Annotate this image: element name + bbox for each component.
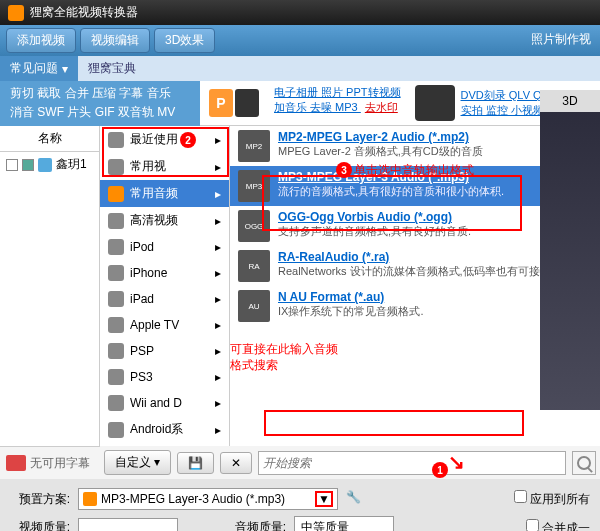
- category-item-ps3[interactable]: PS3▸: [100, 364, 229, 390]
- category-label: 最近使用: [130, 131, 178, 148]
- preview-panel: 3D: [540, 90, 600, 410]
- category-item-iphone[interactable]: iPhone▸: [100, 260, 229, 286]
- annotation-badge-3: 3: [336, 162, 352, 178]
- tag-row-1[interactable]: 剪切 截取 合并 压缩 字幕 音乐: [10, 85, 190, 102]
- preset-combo[interactable]: MP3-MPEG Layer-3 Audio (*.mp3) ▼: [78, 488, 338, 510]
- audio-quality-label: 音频质量:: [226, 519, 286, 531]
- promo1-line1[interactable]: 电子相册 照片 PPT转视频: [274, 86, 401, 98]
- search-input[interactable]: [258, 451, 566, 475]
- category-item-psp[interactable]: PSP▸: [100, 338, 229, 364]
- 3d-effect-button[interactable]: 3D效果: [154, 28, 215, 53]
- main-area: 名称 鑫玥1 最近使用▸常用视▸常用音频▸高清视频▸iPod▸iPhone▸iP…: [0, 126, 600, 446]
- settings-button[interactable]: 🔧: [346, 490, 364, 508]
- psp-icon: [108, 343, 124, 359]
- category-item-star[interactable]: 常用视▸: [100, 153, 229, 180]
- annotation-badge-1: 1: [432, 462, 448, 478]
- tag-row-2[interactable]: 消音 SWF 片头 GIF 双音轨 MV: [10, 104, 190, 121]
- category-label: iPod: [130, 240, 154, 254]
- video-file-icon: [38, 158, 52, 172]
- search-button[interactable]: [572, 451, 596, 475]
- checkbox-checked-icon[interactable]: [22, 159, 34, 171]
- file-list-item[interactable]: 鑫玥1: [0, 152, 99, 177]
- search-icon: [577, 456, 591, 470]
- subtitle-icon: [6, 455, 26, 471]
- hd-icon: [108, 213, 124, 229]
- video-quality-label: 视频质量:: [10, 519, 70, 531]
- save-preset-button[interactable]: 💾: [177, 452, 214, 474]
- preset-value: MP3-MPEG Layer-3 Audio (*.mp3): [101, 492, 285, 506]
- apply-all-label: 应用到所有: [530, 492, 590, 506]
- delete-preset-button[interactable]: ✕: [220, 452, 252, 474]
- category-item-android[interactable]: Android系▸: [100, 416, 229, 443]
- category-label: iPad: [130, 292, 154, 306]
- category-label: Android系: [130, 421, 183, 438]
- format-icon: OGG: [238, 210, 270, 242]
- merge-checkbox[interactable]: [526, 519, 539, 532]
- annotation-text-3: 单击选中音轨输出格式: [354, 162, 474, 179]
- clock-icon: [108, 132, 124, 148]
- category-item-ipod[interactable]: iPod▸: [100, 234, 229, 260]
- video-quality-combo[interactable]: [78, 518, 178, 532]
- category-item-music[interactable]: 常用音频▸: [100, 180, 229, 207]
- promo2-icon: [415, 85, 455, 121]
- category-label: 常用视: [130, 158, 166, 175]
- chevron-down-icon: ▾: [62, 62, 68, 76]
- category-label: iPhone: [130, 266, 167, 280]
- annotation-badge-2: 2: [180, 132, 196, 148]
- atv-icon: [108, 317, 124, 333]
- category-label: PS3: [130, 370, 153, 384]
- category-label: PSP: [130, 344, 154, 358]
- file-list-header: 名称: [0, 126, 99, 152]
- category-item-wii[interactable]: Wii and D▸: [100, 390, 229, 416]
- star-icon: [108, 159, 124, 175]
- photo-make-link[interactable]: 照片制作视: [528, 28, 594, 53]
- custom-button[interactable]: 自定义 ▾: [104, 450, 171, 475]
- preset-label: 预置方案:: [10, 491, 70, 508]
- file-name: 鑫玥1: [56, 156, 87, 173]
- merge-label: 合并成一: [542, 521, 590, 532]
- category-item-ipad[interactable]: iPad▸: [100, 286, 229, 312]
- category-label: 高清视频: [130, 212, 178, 229]
- format-icon: RA: [238, 250, 270, 282]
- checkbox-icon[interactable]: [6, 159, 18, 171]
- music-icon: [108, 186, 124, 202]
- iphone-icon: [108, 265, 124, 281]
- format-icon: MP2: [238, 130, 270, 162]
- format-icon: AU: [238, 290, 270, 322]
- preset-dropdown-button[interactable]: ▼: [315, 491, 333, 507]
- file-list-panel: 名称 鑫玥1: [0, 126, 100, 446]
- faq-tab[interactable]: 常见问题▾: [0, 56, 78, 81]
- music-icon: [83, 492, 97, 506]
- preview-tab-3d[interactable]: 3D: [540, 90, 600, 112]
- category-list: 最近使用▸常用视▸常用音频▸高清视频▸iPod▸iPhone▸iPad▸Appl…: [100, 126, 230, 446]
- ps3-icon: [108, 369, 124, 385]
- annotation-arrow-icon: ↘: [448, 450, 465, 474]
- promo1-line2a[interactable]: 加音乐 去噪 MP3: [274, 101, 361, 113]
- no-subtitle-panel: 无可用字幕: [0, 446, 100, 479]
- apply-all-checkbox[interactable]: [514, 490, 527, 503]
- audio-quality-combo[interactable]: 中等质量: [294, 516, 394, 531]
- promo1-icon: P: [204, 85, 264, 121]
- promo1-text: 电子相册 照片 PPT转视频 加音乐 去噪 MP3 去水印: [274, 85, 405, 121]
- android-icon: [108, 422, 124, 438]
- video-edit-button[interactable]: 视频编辑: [80, 28, 150, 53]
- tag-panel: 剪切 截取 合并 压缩 字幕 音乐 消音 SWF 片头 GIF 双音轨 MV: [0, 81, 200, 126]
- app-logo-icon: [8, 5, 24, 21]
- wii-icon: [108, 395, 124, 411]
- app-title: 狸窝全能视频转换器: [30, 4, 138, 21]
- category-item-clock[interactable]: 最近使用▸: [100, 126, 229, 153]
- category-item-atv[interactable]: Apple TV▸: [100, 312, 229, 338]
- custom-row: 自定义 ▾ 💾 ✕: [100, 446, 600, 479]
- add-video-button[interactable]: 添加视频: [6, 28, 76, 53]
- format-icon: MP3: [238, 170, 270, 202]
- bottom-panel: 预置方案: MP3-MPEG Layer-3 Audio (*.mp3) ▼ 🔧…: [0, 479, 600, 531]
- category-label: Apple TV: [130, 318, 179, 332]
- annotation-text-search: 可直接在此输入音频格式搜索: [230, 342, 340, 373]
- title-bar: 狸窝全能视频转换器: [0, 0, 600, 25]
- category-label: 常用音频: [130, 185, 178, 202]
- ipod-icon: [108, 239, 124, 255]
- promo1-watermark[interactable]: 去水印: [365, 101, 398, 113]
- faq-subtitle: 狸窝宝典: [78, 56, 600, 81]
- category-item-hd[interactable]: 高清视频▸: [100, 207, 229, 234]
- category-label: Wii and D: [130, 396, 182, 410]
